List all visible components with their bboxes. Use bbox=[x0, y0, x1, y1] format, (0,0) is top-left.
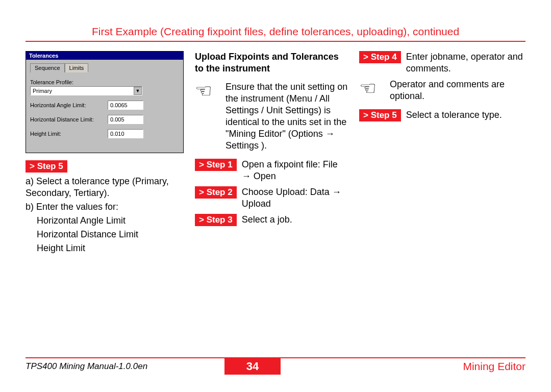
chevron-down-icon[interactable]: ▼ bbox=[134, 87, 142, 95]
hl-input[interactable]: 0.010 bbox=[108, 129, 143, 138]
step4-badge: > Step 4 bbox=[359, 51, 401, 63]
step5-text-right: Select a tolerance type. bbox=[406, 109, 502, 121]
step5b-intro: b) Enter the values for: bbox=[26, 201, 184, 213]
upload-heading: Upload Fixpoints and Tolerances to the i… bbox=[195, 51, 348, 74]
profile-label: Tolerance Profile: bbox=[30, 79, 179, 85]
header-rule bbox=[26, 41, 525, 42]
tab-limits[interactable]: Limits bbox=[65, 63, 89, 72]
pointing-hand-icon: ☞ bbox=[195, 81, 212, 101]
page-title: First Example (Creating fixpoint files, … bbox=[26, 26, 525, 38]
step5b-item2: Horizontal Distance Limit bbox=[37, 229, 184, 240]
step2-text: Choose Upload: Data → Upload bbox=[242, 186, 348, 210]
profile-combo[interactable]: Primary ▼ bbox=[30, 86, 142, 95]
step5a-text: a) Select a tolerance type (Primary, Sec… bbox=[26, 176, 184, 199]
step4-text: Enter jobname, operator and comments. bbox=[406, 51, 525, 75]
optional-note: Operator and comments are optional. bbox=[390, 79, 525, 102]
step5-badge-right: > Step 5 bbox=[359, 109, 401, 121]
step5-badge-left: > Step 5 bbox=[26, 160, 67, 173]
hal-label: Horizontal Angle Limit: bbox=[30, 102, 102, 108]
step3-text: Select a job. bbox=[242, 214, 292, 226]
hdl-input[interactable]: 0.005 bbox=[108, 115, 143, 124]
hl-label: Height Limit: bbox=[30, 131, 102, 137]
hdl-label: Horizontal Distance Limit: bbox=[30, 116, 102, 122]
hal-input[interactable]: 0.0065 bbox=[108, 101, 143, 110]
step1-badge: > Step 1 bbox=[195, 159, 237, 171]
step2-badge: > Step 2 bbox=[195, 186, 237, 199]
profile-value: Primary bbox=[33, 88, 52, 94]
step3-badge: > Step 3 bbox=[195, 214, 237, 226]
footer-manual-id: TPS400 Mining Manual-1.0.0en bbox=[26, 358, 224, 375]
step1-text: Open a fixpoint file: File → Open bbox=[242, 159, 348, 182]
page-footer: TPS400 Mining Manual-1.0.0en 34 Mining E… bbox=[26, 357, 525, 375]
footer-section: Mining Editor bbox=[281, 358, 525, 375]
step5b-item3: Height Limit bbox=[37, 242, 184, 254]
step5b-item1: Horizontal Angle Limit bbox=[37, 215, 184, 227]
page-number: 34 bbox=[224, 358, 281, 375]
tolerances-dialog: Tolerances Sequence Limits Tolerance Pro… bbox=[26, 51, 184, 153]
pointing-hand-icon: ☞ bbox=[359, 79, 377, 98]
tab-sequence[interactable]: Sequence bbox=[30, 63, 65, 72]
unit-note: Ensure that the unit setting on the inst… bbox=[226, 81, 348, 152]
dialog-titlebar: Tolerances bbox=[26, 52, 183, 60]
